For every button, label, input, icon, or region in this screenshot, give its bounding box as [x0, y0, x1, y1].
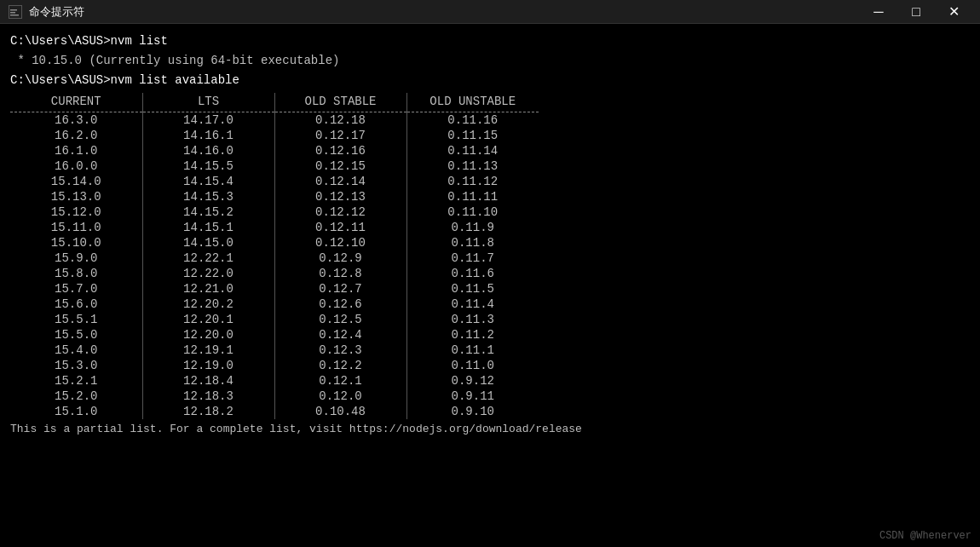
- maximize-button[interactable]: □: [898, 0, 934, 24]
- table-cell: 0.12.3: [274, 343, 406, 358]
- table-cell: 0.12.4: [274, 327, 406, 343]
- table-cell: 0.12.5: [274, 312, 406, 327]
- table-cell: 12.20.2: [142, 297, 274, 312]
- window-title: 命令提示符: [29, 4, 84, 20]
- table-cell: 15.6.0: [10, 297, 142, 312]
- table-cell: 0.11.6: [406, 266, 539, 281]
- table-cell: 0.12.14: [274, 174, 406, 189]
- table-cell: 0.11.7: [406, 250, 539, 266]
- svg-rect-1: [10, 9, 17, 11]
- minimize-button[interactable]: ─: [861, 0, 896, 24]
- result-line-1: * 10.15.0 (Currently using 64-bit execut…: [10, 52, 970, 70]
- table-cell: 0.12.12: [274, 204, 406, 220]
- svg-rect-2: [10, 12, 15, 14]
- table-row: 15.5.112.20.10.12.50.11.3: [10, 312, 539, 327]
- table-cell: 0.12.2: [274, 358, 406, 373]
- table-cell: 12.20.0: [142, 327, 274, 343]
- table-row: 15.8.012.22.00.12.80.11.6: [10, 266, 539, 281]
- watermark: CSDN @Whenerver: [879, 530, 971, 542]
- table-cell: 0.12.13: [274, 189, 406, 204]
- table-cell: 15.5.1: [10, 312, 142, 327]
- table-cell: 15.4.0: [10, 343, 142, 358]
- table-cell: 0.11.1: [406, 343, 539, 358]
- table-cell: 15.5.0: [10, 327, 142, 343]
- table-cell: 16.2.0: [10, 128, 142, 143]
- table-cell: 0.11.9: [406, 220, 539, 235]
- table-cell: 0.12.17: [274, 128, 406, 143]
- table-row: 16.1.014.16.00.12.160.11.14: [10, 143, 539, 158]
- command-line-1: C:\Users\ASUS>nvm list: [10, 32, 970, 50]
- table-cell: 15.10.0: [10, 235, 142, 250]
- table-cell: 14.16.0: [142, 143, 274, 158]
- table-cell: 14.15.4: [142, 174, 274, 189]
- close-button[interactable]: ✕: [936, 0, 971, 24]
- table-cell: 0.12.15: [274, 158, 406, 174]
- table-cell: 0.12.6: [274, 297, 406, 312]
- table-cell: 0.12.16: [274, 143, 406, 158]
- table-cell: 0.11.5: [406, 281, 539, 297]
- table-cell: 12.18.3: [142, 389, 274, 404]
- table-row: 15.10.014.15.00.12.100.11.8: [10, 235, 539, 250]
- table-cell: 0.11.10: [406, 204, 539, 220]
- table-row: 15.14.014.15.40.12.140.11.12: [10, 174, 539, 189]
- table-row: 16.3.014.17.00.12.180.11.16: [10, 112, 539, 129]
- table-cell: 0.9.12: [406, 373, 539, 389]
- table-cell: 15.8.0: [10, 266, 142, 281]
- command-line-2: C:\Users\ASUS>nvm list available: [10, 72, 970, 89]
- table-cell: 0.11.2: [406, 327, 539, 343]
- col-header-old-unstable: OLD UNSTABLE: [406, 93, 539, 112]
- table-cell: 0.11.13: [406, 158, 539, 174]
- table-cell: 15.1.0: [10, 404, 142, 419]
- table-row: 15.4.012.19.10.12.30.11.1: [10, 343, 539, 358]
- table-cell: 0.9.10: [406, 404, 539, 419]
- title-bar-left: 命令提示符: [9, 4, 84, 20]
- table-row: 15.6.012.20.20.12.60.11.4: [10, 297, 539, 312]
- table-cell: 0.11.14: [406, 143, 539, 158]
- table-cell: 0.11.12: [406, 174, 539, 189]
- table-cell: 14.15.5: [142, 158, 274, 174]
- table-cell: 0.11.11: [406, 189, 539, 204]
- table-row: 15.12.014.15.20.12.120.11.10: [10, 204, 539, 220]
- table-cell: 12.19.1: [142, 343, 274, 358]
- table-row: 15.1.012.18.20.10.480.9.10: [10, 404, 539, 419]
- table-cell: 0.10.48: [274, 404, 406, 419]
- table-header-row: CURRENT LTS OLD STABLE OLD UNSTABLE: [10, 93, 539, 112]
- table-row: 15.2.112.18.40.12.10.9.12: [10, 373, 539, 389]
- table-cell: 14.15.3: [142, 189, 274, 204]
- table-cell: 14.15.1: [142, 220, 274, 235]
- table-cell: 15.12.0: [10, 204, 142, 220]
- table-cell: 14.15.2: [142, 204, 274, 220]
- table-row: 15.3.012.19.00.12.20.11.0: [10, 358, 539, 373]
- table-cell: 0.11.16: [406, 112, 539, 129]
- table-cell: 0.9.11: [406, 389, 539, 404]
- table-cell: 0.11.3: [406, 312, 539, 327]
- table-cell: 15.2.0: [10, 389, 142, 404]
- table-cell: 0.12.1: [274, 373, 406, 389]
- table-cell: 15.14.0: [10, 174, 142, 189]
- table-cell: 0.12.0: [274, 389, 406, 404]
- table-cell: 14.16.1: [142, 128, 274, 143]
- svg-rect-3: [10, 14, 19, 16]
- table-cell: 0.12.9: [274, 250, 406, 266]
- terminal-icon: [9, 5, 22, 19]
- table-row: 15.5.012.20.00.12.40.11.2: [10, 327, 539, 343]
- table-cell: 12.19.0: [142, 358, 274, 373]
- table-cell: 12.18.2: [142, 404, 274, 419]
- table-cell: 16.3.0: [10, 112, 142, 129]
- table-cell: 15.2.1: [10, 373, 142, 389]
- table-cell: 14.15.0: [142, 235, 274, 250]
- window-controls: ─ □ ✕: [861, 0, 971, 24]
- table-cell: 12.22.0: [142, 266, 274, 281]
- table-row: 15.7.012.21.00.12.70.11.5: [10, 281, 539, 297]
- table-cell: 12.22.1: [142, 250, 274, 266]
- table-row: 16.2.014.16.10.12.170.11.15: [10, 128, 539, 143]
- table-cell: 15.9.0: [10, 250, 142, 266]
- table-row: 15.9.012.22.10.12.90.11.7: [10, 250, 539, 266]
- table-cell: 0.12.7: [274, 281, 406, 297]
- table-cell: 0.12.8: [274, 266, 406, 281]
- table-cell: 12.20.1: [142, 312, 274, 327]
- table-cell: 14.17.0: [142, 112, 274, 129]
- table-cell: 16.1.0: [10, 143, 142, 158]
- table-row: 15.13.014.15.30.12.130.11.11: [10, 189, 539, 204]
- table-cell: 0.11.8: [406, 235, 539, 250]
